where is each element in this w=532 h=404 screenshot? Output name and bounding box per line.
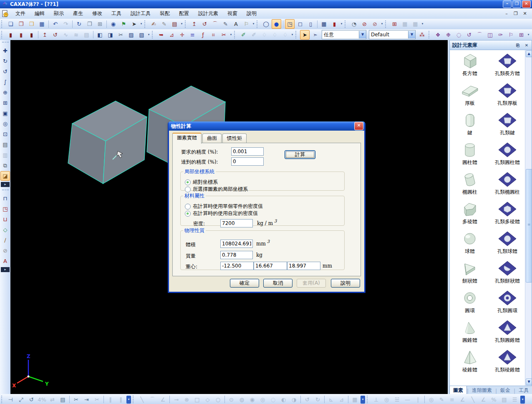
probe-2-icon[interactable]: ♢ [270, 30, 280, 40]
dim-percent-icon[interactable]: 4% [37, 395, 47, 404]
dim-resize-icon[interactable]: ⤢ [16, 395, 26, 404]
text-a-icon[interactable]: A [0, 256, 10, 266]
achieved-precision-input[interactable] [231, 157, 264, 166]
element-item-solid-ellcyl[interactable]: 橢圓柱 [451, 171, 488, 199]
part-library-icon[interactable]: ▮ [6, 30, 15, 40]
quarter-view-icon[interactable]: ◔ [349, 19, 359, 29]
coord-radio-1[interactable] [185, 187, 191, 192]
panel-scrollbar[interactable]: ▲ ▼ [525, 50, 532, 386]
dim-linear-icon[interactable]: ⊣ [6, 395, 15, 404]
element-item-solid-pyramid[interactable]: 稜錐體 [451, 349, 488, 376]
pick-filter-combo-dropdown-icon[interactable]: ▼ [359, 31, 366, 38]
arc-tool-icon[interactable]: ⌒ [148, 395, 157, 404]
close-button[interactable]: ✕ [522, 0, 531, 8]
circle-6-icon[interactable]: ◐ [279, 395, 288, 404]
menu-item-11[interactable]: 說明 [242, 8, 261, 19]
toolbar-overflow-icon[interactable]: ▾ [139, 20, 143, 28]
material-radio-0[interactable] [185, 204, 191, 210]
camera-icon[interactable]: ▤ [0, 140, 10, 149]
toolbar-grip[interactable] [152, 31, 155, 38]
coord-radio-0[interactable] [185, 179, 191, 185]
element-item-solid-partial[interactable] [451, 379, 488, 386]
undo-curve-1-icon[interactable]: ↺ [303, 395, 312, 404]
spec-table-icon[interactable]: ▦ [319, 19, 329, 29]
toolbar-grip[interactable] [295, 31, 298, 38]
relation-pen-icon[interactable]: ✎ [437, 395, 446, 404]
offset-2-icon[interactable]: ∥ [116, 395, 126, 404]
dim-stamp-icon[interactable]: ▤ [58, 395, 68, 404]
toolbar-overflow-icon[interactable]: ▾ [147, 30, 151, 39]
menu-item-10[interactable]: 視窗 [223, 8, 242, 19]
render-output-icon[interactable]: ▤ [170, 19, 179, 29]
dialog-tab-1[interactable]: 曲面 [202, 134, 222, 143]
surface-patch-icon[interactable]: ❖ [433, 30, 443, 40]
constraint-hline-icon[interactable]: — [403, 395, 412, 404]
toolbar-grip[interactable] [1, 20, 4, 28]
toolbar-overflow-icon[interactable]: ▾ [126, 396, 131, 404]
redo-icon[interactable]: ↷ [61, 19, 71, 29]
restore-button[interactable]: ❐ [512, 0, 521, 8]
element-item-solid-sphere[interactable]: 球體 [451, 230, 488, 258]
element-item-hole-partial[interactable] [489, 379, 526, 386]
menu-item-4[interactable]: 修改 [88, 8, 107, 19]
camera-disabled-icon[interactable]: ▥ [0, 150, 10, 160]
no-section-2-icon[interactable]: ⊘ [370, 19, 380, 29]
bool-union-icon[interactable]: ◧ [95, 30, 105, 40]
element-item-hole-cylinder[interactable]: 孔類圓柱體 [489, 141, 526, 169]
density-input[interactable] [220, 219, 253, 227]
open-folder-icon[interactable]: ❒ [27, 19, 36, 29]
toolbar-grip[interactable] [1, 396, 4, 403]
erase-sketch-icon[interactable]: ✎ [159, 19, 169, 29]
dialog-close-icon[interactable]: ✕ [354, 122, 363, 130]
sphere-outline-icon[interactable]: ◯ [261, 19, 271, 29]
zoom-window-icon[interactable]: ⊞ [0, 98, 10, 108]
toolbar-grip[interactable] [429, 31, 431, 38]
scrollbar-thumb[interactable] [526, 169, 532, 283]
constraint-circle-icon[interactable]: ◎ [382, 395, 391, 404]
dim-move-icon[interactable]: ⇄ [48, 395, 57, 404]
copy-entity-icon[interactable]: ❐ [85, 19, 94, 29]
toolbar-grip[interactable] [257, 20, 260, 28]
relation-bars-icon[interactable]: ☰ [510, 395, 519, 404]
boss-extrude-icon[interactable]: ↥ [40, 30, 50, 40]
line-tool-icon[interactable]: ╲ [137, 395, 147, 404]
circle-disabled-icon[interactable]: ⊘ [0, 246, 10, 255]
material-option-0[interactable]: 在計算時使用單個零件的密度值 [185, 203, 263, 210]
mdi-minimize-icon[interactable]: – [504, 11, 509, 16]
pin-icon[interactable]: ⎘ [514, 42, 522, 49]
fillet-1-icon[interactable]: ⊾ [326, 395, 336, 404]
volume-input[interactable] [220, 240, 253, 248]
element-item-hole-slab[interactable]: 孔類厚板 [489, 82, 526, 110]
relation-angle2-icon[interactable]: ∠ [479, 395, 488, 404]
ok-button[interactable]: 確定 [230, 279, 259, 288]
toolbar-grip[interactable] [1, 31, 4, 38]
toolbar-overflow-icon[interactable]: ▾ [361, 396, 365, 404]
probe-1-icon[interactable]: ♢ [260, 30, 269, 40]
equation-fx-icon[interactable]: ƒ [198, 30, 208, 40]
menu-item-2[interactable]: 顯示 [49, 8, 68, 19]
element-item-hole-key[interactable]: 孔類鍵 [489, 112, 526, 139]
scroll-up-icon[interactable]: ▲ [526, 50, 532, 57]
new-part-icon[interactable]: ❐ [16, 19, 26, 29]
constraint-hatch-icon[interactable]: ☱ [392, 395, 402, 404]
text-style-icon[interactable]: A [231, 19, 241, 29]
fold-face-icon[interactable]: ⊿ [167, 30, 176, 40]
extend-icon[interactable]: ⇥ [82, 395, 91, 404]
center-target-icon[interactable]: ◎ [0, 119, 10, 129]
surface-revolve-icon[interactable]: ↺ [464, 30, 474, 40]
sketch-env-icon[interactable]: ✍ [149, 19, 159, 29]
shaded-view-icon[interactable]: ▣ [0, 109, 10, 118]
element-item-hole-box[interactable]: 孔類長方體 [489, 53, 526, 80]
no-section-1-icon[interactable]: ⊘ [360, 19, 369, 29]
relation-percent-icon[interactable]: % [489, 395, 499, 404]
style-combo[interactable]: Default▼ [369, 30, 416, 39]
slope-tool-icon[interactable]: ∕ [0, 235, 10, 245]
element-item-hole-sphere[interactable]: 孔類球體 [489, 230, 526, 258]
measure-dropper-icon[interactable]: ✐ [239, 30, 248, 40]
orbit-view-icon[interactable]: ↺ [0, 67, 10, 76]
element-item-solid-box[interactable]: 長方體 [451, 53, 488, 80]
undo-icon[interactable]: ↶ [50, 19, 60, 29]
cancel-button[interactable]: 取消 [263, 279, 292, 288]
sweep-feature-icon[interactable]: ⌒ [210, 19, 220, 29]
constraint-perp-icon[interactable]: ⊥ [371, 395, 381, 404]
